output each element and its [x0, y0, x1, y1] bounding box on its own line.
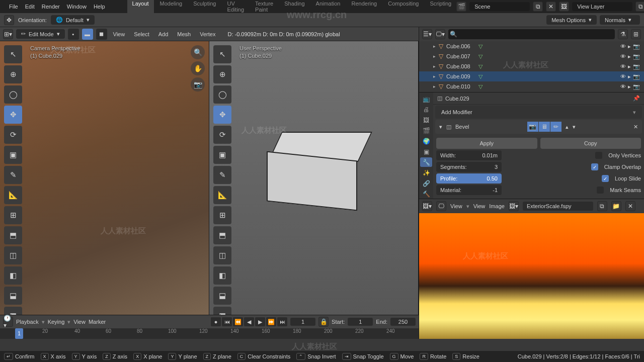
tab-shading[interactable]: Shading	[279, 0, 309, 15]
rotate-tool-icon[interactable]: ⟳	[4, 126, 22, 144]
inset-tool-icon[interactable]: ◫	[4, 246, 22, 264]
tab-scripting[interactable]: Scripting	[425, 0, 456, 15]
image-new-icon[interactable]: ⧉	[597, 201, 607, 211]
material-field[interactable]: -1	[471, 185, 502, 195]
menu-edit[interactable]: Edit	[25, 4, 35, 10]
prop-tab-tool-icon[interactable]: 🔨	[420, 189, 432, 199]
copy-button[interactable]: Copy	[540, 138, 641, 149]
prop-tab-physics-icon[interactable]: 🔗	[420, 178, 432, 188]
inset-tool-icon[interactable]: ◫	[213, 246, 231, 264]
mesh-menu[interactable]: Mesh	[177, 31, 191, 37]
outliner-filter-icon[interactable]: ⚗	[618, 29, 628, 39]
prop-tab-modifier-icon[interactable]: 🔧	[420, 157, 432, 167]
bevel-tool-icon[interactable]: ◧	[213, 266, 231, 285]
eye-icon[interactable]: 👁	[620, 53, 626, 60]
rotate-tool-icon[interactable]: ⟳	[213, 126, 231, 144]
pan-gizmo-icon[interactable]: ✋	[191, 61, 205, 75]
camera-gizmo-icon[interactable]: 📷	[191, 77, 205, 92]
image-editor-type-icon[interactable]: 🖼▾	[422, 201, 432, 211]
outliner-item[interactable]: ▸▽Cube.010▽👁▸📷	[419, 81, 644, 92]
select-icon[interactable]: ▸	[628, 83, 631, 90]
image-name-field[interactable]: ExteriorScale.fspy	[523, 202, 593, 211]
tab-layout[interactable]: Layout	[127, 0, 154, 15]
viewport-user[interactable]: ↖ ⊕ ◯ ✥ ⟳ ▣ ✎ 📐 ⊞ ⬒ ◫ ◧ ⬓ ⬔ ⬕ U	[209, 41, 419, 315]
mesh-options-dropdown[interactable]: Mesh Options▾	[546, 15, 597, 25]
play-rev-icon[interactable]: ◀	[244, 317, 254, 326]
end-frame-field[interactable]: 250	[390, 318, 416, 326]
extrude-tool-icon[interactable]: ⬒	[4, 226, 22, 244]
eye-icon[interactable]: 👁	[620, 83, 626, 90]
render-icon[interactable]: 📷	[633, 53, 640, 60]
vertex-select-icon[interactable]: ▪	[68, 29, 79, 40]
loopcut-tool-icon[interactable]: ⬓	[213, 287, 231, 305]
move-up-icon[interactable]: ▴	[566, 124, 569, 130]
3dcursor-tool-icon[interactable]: ⊕	[4, 65, 22, 83]
mark-seams-checkbox[interactable]	[597, 187, 604, 194]
keying-menu[interactable]: Keying	[48, 319, 65, 325]
marker-menu[interactable]: Marker	[89, 319, 106, 325]
view-menu[interactable]: View	[113, 31, 125, 37]
addmesh-tool-icon[interactable]: ⊞	[4, 206, 22, 224]
cursor-tool-icon[interactable]: ↖	[213, 45, 231, 63]
add-modifier-button[interactable]: Add Modifier	[435, 106, 642, 119]
outliner-item[interactable]: ▸▽Cube.006▽👁▸📷	[419, 41, 644, 51]
jump-start-icon[interactable]: ⏮	[222, 317, 232, 326]
prop-tab-world-icon[interactable]: 🌍	[420, 137, 432, 146]
start-frame-field[interactable]: 1	[348, 318, 373, 326]
render-icon[interactable]: 📷	[633, 73, 640, 80]
render-icon[interactable]: 📷	[633, 83, 640, 90]
move-tool-icon[interactable]: ✥	[213, 106, 231, 124]
menu-file[interactable]: File	[9, 4, 18, 10]
edge-select-icon[interactable]: ▬	[82, 29, 93, 40]
viewlayer-field[interactable]: View Layer	[572, 2, 632, 11]
mode-dropdown[interactable]: ✏Edit Mode▾	[16, 29, 65, 39]
image-browse-icon[interactable]: 🖼▾	[509, 201, 519, 211]
tab-texture[interactable]: Texture Paint	[250, 0, 278, 15]
tab-modeling[interactable]: Modeling	[155, 0, 188, 15]
view-menu[interactable]: View	[73, 319, 86, 325]
outliner-display-icon[interactable]: 🖵▾	[435, 29, 445, 39]
add-menu[interactable]: Add	[158, 31, 169, 37]
scene-new-icon[interactable]: ⧉	[533, 2, 543, 12]
editor-type-icon[interactable]: ⊞▾	[3, 29, 13, 39]
tab-animation[interactable]: Animation	[311, 0, 346, 15]
vertex-menu[interactable]: Vertex	[200, 31, 215, 37]
image-image-menu[interactable]: Image	[489, 203, 505, 209]
playback-menu[interactable]: Playback	[16, 319, 39, 325]
knife-tool-icon[interactable]: ⬔	[4, 307, 22, 315]
outliner-collection-icon[interactable]: ⊞	[631, 29, 641, 39]
addmesh-tool-icon[interactable]: ⊞	[213, 206, 231, 224]
tab-sculpting[interactable]: Sculpting	[188, 0, 221, 15]
loopcut-tool-icon[interactable]: ⬓	[4, 287, 22, 305]
3dcursor-tool-icon[interactable]: ⊕	[213, 65, 231, 83]
loop-slide-checkbox[interactable]	[602, 175, 609, 182]
play-icon[interactable]: ▶	[255, 317, 265, 326]
eye-icon[interactable]: 👁	[620, 43, 626, 50]
transform-icon[interactable]: ✥	[4, 15, 14, 25]
bevel-tool-icon[interactable]: ◧	[4, 266, 22, 285]
lock-frame-icon[interactable]: 🔒	[318, 317, 329, 327]
image-mode-icon[interactable]: 🖵	[436, 201, 446, 211]
image-canvas[interactable]	[419, 213, 644, 339]
measure-tool-icon[interactable]: 📐	[4, 186, 22, 204]
orientation-dropdown[interactable]: 🌐Default▾	[51, 15, 95, 25]
select-tool-icon[interactable]: ◯	[4, 85, 22, 104]
normals-dropdown[interactable]: Normals▾	[600, 15, 640, 25]
modifier-name[interactable]: Bevel	[455, 124, 469, 130]
move-tool-icon[interactable]: ✥	[4, 106, 22, 124]
image-view-dropdown[interactable]: View	[450, 203, 462, 209]
menu-render[interactable]: Render	[42, 4, 60, 10]
outliner-item[interactable]: ▸▽Cube.008▽👁▸📷	[419, 61, 644, 71]
prop-tab-object-icon[interactable]: ▣	[420, 147, 432, 157]
menu-window[interactable]: Window	[67, 4, 87, 10]
profile-field[interactable]: 0.50	[471, 173, 502, 184]
outliner-type-icon[interactable]: ☰▾	[422, 29, 432, 39]
render-icon[interactable]: 📷	[633, 43, 640, 50]
measure-tool-icon[interactable]: 📐	[213, 186, 231, 204]
width-field[interactable]: 0.01m	[471, 150, 502, 160]
prop-tab-output-icon[interactable]: 🖨	[420, 105, 432, 115]
prop-tab-scene-icon[interactable]: 🎬	[420, 126, 432, 136]
prop-tab-render-icon[interactable]: 📺	[420, 95, 432, 104]
tab-uv[interactable]: UV Editing	[222, 0, 249, 15]
only-vertices-checkbox[interactable]	[595, 152, 602, 159]
